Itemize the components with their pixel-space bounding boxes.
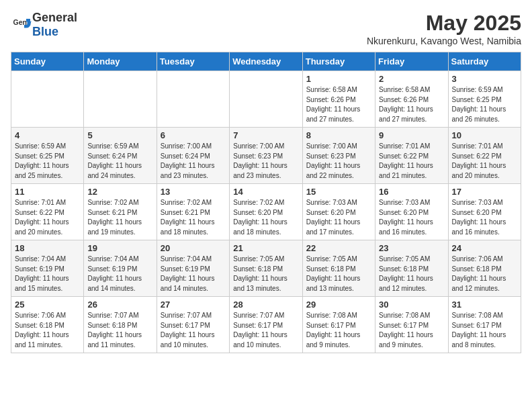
calendar-cell: 29Sunrise: 7:08 AMSunset: 6:17 PMDayligh… [302, 297, 375, 353]
calendar-cell: 20Sunrise: 7:04 AMSunset: 6:19 PMDayligh… [157, 240, 229, 297]
day-info: Sunrise: 7:05 AMSunset: 6:18 PMDaylight:… [233, 255, 298, 293]
calendar-title: May 2025 [367, 11, 521, 36]
day-number: 20 [161, 243, 226, 253]
day-info: Sunrise: 7:06 AMSunset: 6:18 PMDaylight:… [15, 311, 80, 350]
day-number: 21 [233, 243, 298, 253]
day-info: Sunrise: 6:59 AMSunset: 6:25 PMDaylight:… [452, 85, 517, 124]
calendar-cell: 23Sunrise: 7:05 AMSunset: 6:18 PMDayligh… [375, 240, 448, 297]
calendar-cell: 31Sunrise: 7:08 AMSunset: 6:17 PMDayligh… [448, 297, 521, 353]
day-number: 17 [452, 187, 517, 197]
calendar-cell [84, 71, 157, 128]
day-info: Sunrise: 7:05 AMSunset: 6:18 PMDaylight:… [306, 255, 371, 293]
day-info: Sunrise: 7:03 AMSunset: 6:20 PMDaylight:… [379, 198, 444, 237]
week-row-4: 18Sunrise: 7:04 AMSunset: 6:19 PMDayligh… [11, 240, 521, 297]
calendar-cell: 3Sunrise: 6:59 AMSunset: 6:25 PMDaylight… [448, 71, 521, 128]
calendar-cell: 2Sunrise: 6:58 AMSunset: 6:26 PMDaylight… [375, 71, 448, 128]
day-number: 28 [233, 300, 298, 310]
day-number: 5 [87, 130, 152, 140]
calendar-cell: 18Sunrise: 7:04 AMSunset: 6:19 PMDayligh… [11, 240, 84, 297]
title-block: May 2025 Nkurenkuru, Kavango West, Namib… [367, 11, 521, 46]
day-number: 3 [452, 74, 517, 84]
day-number: 16 [379, 187, 444, 197]
day-info: Sunrise: 6:59 AMSunset: 6:24 PMDaylight:… [87, 142, 152, 181]
weekday-header-thursday: Thursday [302, 52, 375, 71]
day-number: 29 [306, 300, 371, 310]
day-number: 11 [15, 187, 80, 197]
calendar-cell [11, 71, 84, 128]
day-info: Sunrise: 7:07 AMSunset: 6:17 PMDaylight:… [233, 311, 298, 350]
day-info: Sunrise: 7:04 AMSunset: 6:19 PMDaylight:… [87, 255, 152, 293]
calendar-cell: 22Sunrise: 7:05 AMSunset: 6:18 PMDayligh… [302, 240, 375, 297]
calendar-cell: 30Sunrise: 7:08 AMSunset: 6:17 PMDayligh… [375, 297, 448, 353]
day-info: Sunrise: 7:01 AMSunset: 6:22 PMDaylight:… [15, 198, 80, 237]
calendar-cell: 5Sunrise: 6:59 AMSunset: 6:24 PMDaylight… [84, 128, 157, 184]
day-info: Sunrise: 7:02 AMSunset: 6:20 PMDaylight:… [233, 198, 298, 237]
logo: Gen General Blue [11, 11, 77, 39]
weekday-header-sunday: Sunday [11, 52, 84, 71]
logo-general-text: General [32, 11, 77, 24]
day-info: Sunrise: 7:06 AMSunset: 6:18 PMDaylight:… [452, 255, 517, 293]
day-info: Sunrise: 7:05 AMSunset: 6:18 PMDaylight:… [379, 255, 444, 293]
calendar-cell: 1Sunrise: 6:58 AMSunset: 6:26 PMDaylight… [302, 71, 375, 128]
day-number: 13 [161, 187, 226, 197]
day-info: Sunrise: 7:07 AMSunset: 6:18 PMDaylight:… [87, 311, 152, 350]
week-row-3: 11Sunrise: 7:01 AMSunset: 6:22 PMDayligh… [11, 184, 521, 240]
calendar-cell: 15Sunrise: 7:03 AMSunset: 6:20 PMDayligh… [302, 184, 375, 240]
calendar-cell: 6Sunrise: 7:00 AMSunset: 6:24 PMDaylight… [157, 128, 229, 184]
calendar-cell: 28Sunrise: 7:07 AMSunset: 6:17 PMDayligh… [230, 297, 302, 353]
calendar-cell: 11Sunrise: 7:01 AMSunset: 6:22 PMDayligh… [11, 184, 84, 240]
logo-blue-text: Blue [32, 25, 58, 38]
day-number: 4 [15, 130, 80, 140]
calendar-cell: 4Sunrise: 6:59 AMSunset: 6:25 PMDaylight… [11, 128, 84, 184]
calendar-cell: 17Sunrise: 7:03 AMSunset: 6:20 PMDayligh… [448, 184, 521, 240]
page-header: Gen General Blue May 2025 Nkurenkuru, Ka… [11, 11, 521, 46]
day-number: 27 [161, 300, 226, 310]
day-number: 9 [379, 130, 444, 140]
day-info: Sunrise: 7:08 AMSunset: 6:17 PMDaylight:… [452, 311, 517, 350]
day-number: 30 [379, 300, 444, 310]
weekday-header-tuesday: Tuesday [157, 52, 229, 71]
calendar-cell: 19Sunrise: 7:04 AMSunset: 6:19 PMDayligh… [84, 240, 157, 297]
calendar-cell: 8Sunrise: 7:00 AMSunset: 6:23 PMDaylight… [302, 128, 375, 184]
calendar-cell: 7Sunrise: 7:00 AMSunset: 6:23 PMDaylight… [230, 128, 302, 184]
calendar-cell: 24Sunrise: 7:06 AMSunset: 6:18 PMDayligh… [448, 240, 521, 297]
day-number: 25 [15, 300, 80, 310]
day-number: 14 [233, 187, 298, 197]
day-number: 15 [306, 187, 371, 197]
calendar-location: Nkurenkuru, Kavango West, Namibia [367, 36, 521, 46]
day-info: Sunrise: 7:01 AMSunset: 6:22 PMDaylight:… [379, 142, 444, 181]
day-number: 18 [15, 243, 80, 253]
calendar-cell: 10Sunrise: 7:01 AMSunset: 6:22 PMDayligh… [448, 128, 521, 184]
day-info: Sunrise: 7:01 AMSunset: 6:22 PMDaylight:… [452, 142, 517, 181]
day-number: 7 [233, 130, 298, 140]
calendar-cell: 9Sunrise: 7:01 AMSunset: 6:22 PMDaylight… [375, 128, 448, 184]
day-number: 2 [379, 74, 444, 84]
weekday-header-wednesday: Wednesday [230, 52, 302, 71]
calendar-cell [157, 71, 229, 128]
day-info: Sunrise: 7:00 AMSunset: 6:24 PMDaylight:… [161, 142, 226, 181]
day-number: 10 [452, 130, 517, 140]
week-row-1: 1Sunrise: 6:58 AMSunset: 6:26 PMDaylight… [11, 71, 521, 128]
day-info: Sunrise: 7:00 AMSunset: 6:23 PMDaylight:… [233, 142, 298, 181]
logo-icon: Gen [12, 15, 32, 35]
day-number: 31 [452, 300, 517, 310]
day-info: Sunrise: 7:04 AMSunset: 6:19 PMDaylight:… [15, 255, 80, 293]
calendar-cell: 14Sunrise: 7:02 AMSunset: 6:20 PMDayligh… [230, 184, 302, 240]
day-info: Sunrise: 6:58 AMSunset: 6:26 PMDaylight:… [379, 85, 444, 124]
day-info: Sunrise: 7:08 AMSunset: 6:17 PMDaylight:… [306, 311, 371, 350]
day-info: Sunrise: 6:58 AMSunset: 6:26 PMDaylight:… [306, 85, 371, 124]
day-info: Sunrise: 6:59 AMSunset: 6:25 PMDaylight:… [15, 142, 80, 181]
calendar-cell: 25Sunrise: 7:06 AMSunset: 6:18 PMDayligh… [11, 297, 84, 353]
weekday-header-saturday: Saturday [448, 52, 521, 71]
calendar-cell: 13Sunrise: 7:02 AMSunset: 6:21 PMDayligh… [157, 184, 229, 240]
weekday-header-monday: Monday [84, 52, 157, 71]
day-number: 8 [306, 130, 371, 140]
day-number: 12 [87, 187, 152, 197]
day-number: 26 [87, 300, 152, 310]
day-info: Sunrise: 7:04 AMSunset: 6:19 PMDaylight:… [161, 255, 226, 293]
weekday-header-friday: Friday [375, 52, 448, 71]
day-info: Sunrise: 7:00 AMSunset: 6:23 PMDaylight:… [306, 142, 371, 181]
week-row-2: 4Sunrise: 6:59 AMSunset: 6:25 PMDaylight… [11, 128, 521, 184]
day-info: Sunrise: 7:02 AMSunset: 6:21 PMDaylight:… [161, 198, 226, 237]
day-number: 6 [161, 130, 226, 140]
